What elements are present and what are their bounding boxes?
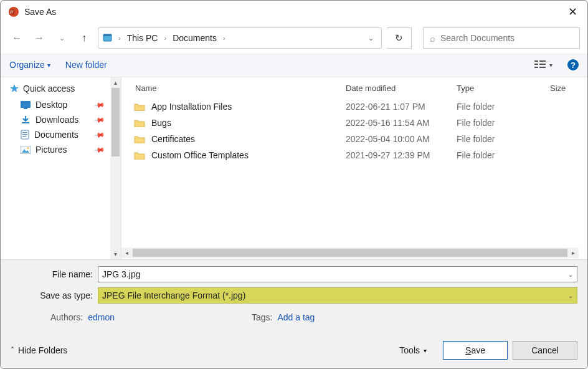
save-button[interactable]: Save — [443, 341, 508, 360]
authors-field[interactable]: Authors:edmon — [50, 312, 115, 322]
svg-rect-5 — [534, 60, 538, 62]
breadcrumb-documents[interactable]: Documents — [169, 32, 220, 44]
address-dropdown-icon[interactable]: ⌄ — [364, 34, 377, 42]
address-bar[interactable]: › This PC › Documents › ⌄ — [98, 27, 382, 49]
authors-value: edmon — [88, 312, 115, 322]
back-button[interactable]: ← — [8, 29, 26, 47]
main-pane: ˄ Name Date modified Type Size App Insta… — [121, 77, 587, 259]
search-box[interactable]: ⌕ — [423, 27, 580, 49]
refresh-button[interactable]: ↻ — [387, 27, 412, 49]
chevron-down-icon[interactable]: ⌄ — [568, 292, 573, 299]
location-icon — [102, 32, 113, 44]
scrollbar-thumb[interactable] — [133, 249, 567, 257]
column-size[interactable]: Size — [550, 84, 580, 93]
hide-folders-button[interactable]: ˄ Hide Folders — [11, 345, 67, 355]
svg-rect-14 — [22, 122, 29, 123]
meta-row: Authors:edmon Tags:Add a tag — [11, 309, 577, 331]
tags-label: Tags: — [252, 312, 272, 322]
svg-rect-13 — [24, 108, 27, 109]
star-icon — [9, 84, 19, 93]
body-row: Quick access Desktop 📌 Downloads 📌 Docum… — [1, 77, 587, 259]
scroll-up-icon[interactable]: ▴ — [110, 77, 121, 88]
svg-rect-10 — [539, 67, 546, 68]
search-icon: ⌕ — [430, 33, 435, 44]
folder-icon — [134, 151, 145, 160]
file-name: Bugs — [151, 118, 346, 128]
sidebar-item-documents[interactable]: Documents 📌 — [9, 127, 108, 142]
quick-access-header[interactable]: Quick access — [9, 84, 108, 93]
sidebar-item-desktop[interactable]: Desktop 📌 — [9, 97, 108, 112]
forward-button[interactable]: → — [31, 29, 48, 47]
svg-rect-8 — [539, 60, 546, 62]
svg-rect-7 — [534, 67, 538, 68]
filetype-dropdown[interactable]: JPEG File Interchange Format (*.jpg) ⌄ — [98, 287, 577, 304]
view-options-button[interactable]: ▾ — [534, 60, 552, 70]
tools-button[interactable]: Tools ▾ — [399, 345, 427, 355]
filename-row: File name: JPG 3.jpg ⌄ — [11, 266, 577, 282]
file-type: File folder — [457, 150, 550, 160]
tags-value: Add a tag — [277, 312, 315, 322]
sidebar-item-label: Downloads — [36, 115, 78, 125]
sidebar-item-label: Pictures — [36, 145, 67, 155]
pin-icon: 📌 — [93, 129, 105, 141]
folder-icon — [134, 135, 145, 143]
svg-rect-6 — [534, 64, 538, 65]
filetype-label: Save as type: — [11, 290, 98, 300]
sidebar-item-pictures[interactable]: Pictures 📌 — [9, 142, 108, 157]
sidebar-item-downloads[interactable]: Downloads 📌 — [9, 112, 108, 127]
window-title: Save As — [24, 7, 566, 17]
scroll-down-icon[interactable]: ▾ — [110, 249, 121, 259]
svg-point-21 — [27, 147, 29, 149]
filename-input[interactable]: JPG 3.jpg ⌄ — [98, 266, 577, 282]
authors-label: Authors: — [50, 312, 83, 322]
cancel-button[interactable]: Cancel — [513, 341, 577, 360]
scrollbar-thumb[interactable] — [111, 88, 120, 156]
svg-rect-12 — [21, 101, 31, 108]
chevron-right-icon[interactable]: › — [117, 34, 122, 42]
folder-icon — [134, 118, 145, 127]
file-row[interactable]: Certificates 2022-05-04 10:00 AM File fo… — [129, 131, 580, 147]
search-input[interactable] — [440, 33, 573, 43]
pin-icon: 📌 — [93, 114, 105, 126]
footer: ˄ Hide Folders Tools ▾ Save Cancel — [1, 336, 587, 368]
scroll-right-icon[interactable]: ▸ — [568, 249, 579, 256]
svg-rect-17 — [22, 134, 27, 135]
svg-rect-16 — [22, 132, 27, 133]
column-name-label: Name — [135, 84, 157, 93]
chevron-down-icon[interactable]: ⌄ — [568, 271, 573, 278]
new-folder-button[interactable]: New folder — [65, 60, 107, 70]
tags-field[interactable]: Tags:Add a tag — [252, 312, 315, 322]
up-button[interactable]: ↑ — [75, 29, 93, 47]
organize-button[interactable]: Organize▾ — [9, 60, 50, 70]
column-date[interactable]: Date modified — [346, 84, 457, 93]
file-row[interactable]: App Installation Files 2022-06-21 1:07 P… — [129, 98, 580, 115]
scroll-left-icon[interactable]: ◂ — [121, 249, 132, 256]
recent-dropdown-icon[interactable]: ⌄ — [53, 29, 70, 47]
filetype-row: Save as type: JPEG File Interchange Form… — [11, 287, 577, 304]
chevron-right-icon[interactable]: › — [163, 34, 168, 42]
folder-icon — [134, 102, 145, 111]
chevron-down-icon: ▾ — [424, 347, 427, 354]
help-icon[interactable]: ? — [567, 59, 579, 70]
file-list: ˄ Name Date modified Type Size App Insta… — [121, 77, 587, 247]
organize-label: Organize — [9, 60, 45, 70]
toolbar: Organize▾ New folder ▾ ? — [1, 53, 587, 77]
horizontal-scrollbar[interactable]: ◂ ▸ — [121, 247, 579, 258]
file-name: App Installation Files — [151, 102, 346, 112]
sidebar-scrollbar[interactable]: ▴ ▾ — [110, 77, 121, 259]
close-icon[interactable]: ✕ — [566, 5, 580, 19]
column-name[interactable]: Name — [129, 84, 346, 93]
svg-marker-11 — [10, 84, 19, 92]
download-icon — [21, 115, 31, 125]
file-name: Custom Office Templates — [151, 150, 346, 160]
file-date: 2022-05-16 11:54 AM — [346, 118, 457, 128]
chevron-right-icon[interactable]: › — [222, 34, 227, 42]
breadcrumb-thispc[interactable]: This PC — [123, 32, 162, 44]
file-row[interactable]: Bugs 2022-05-16 11:54 AM File folder — [129, 115, 580, 131]
form-area: File name: JPG 3.jpg ⌄ Save as type: JPE… — [1, 259, 587, 336]
file-row[interactable]: Custom Office Templates 2021-09-27 12:39… — [129, 147, 580, 163]
pictures-icon — [21, 146, 31, 154]
column-type[interactable]: Type — [457, 84, 550, 93]
tools-label: Tools — [399, 345, 420, 355]
powerpoint-icon: P — [8, 6, 19, 17]
